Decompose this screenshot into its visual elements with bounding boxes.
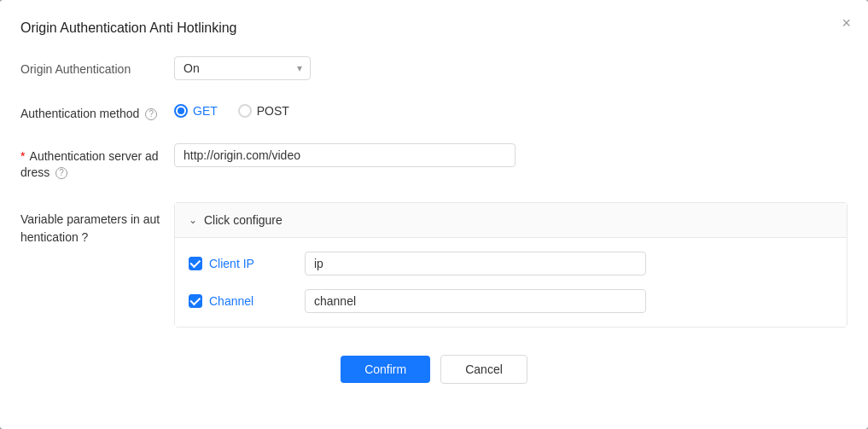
confirm-button[interactable]: Confirm — [341, 356, 430, 383]
auth-method-label: Authentication method ? — [20, 101, 174, 123]
auth-server-row: * Authentication server address ? http:/… — [20, 143, 848, 182]
configure-label: Click configure — [204, 213, 283, 227]
modal-overlay: Origin Authentication Anti Hotlinking × … — [0, 0, 868, 429]
variable-params-row: Variable parameters in authentication ? … — [20, 202, 848, 328]
client-ip-checkbox — [189, 257, 202, 270]
modal-title: Origin Authentication Anti Hotlinking — [20, 20, 848, 36]
variable-item-channel: Channel — [189, 289, 833, 313]
radio-get-label[interactable]: GET — [174, 104, 218, 118]
variable-params-label: Variable parameters in authentication ? — [20, 202, 174, 246]
auth-method-row: Authentication method ? GET POST — [20, 101, 848, 123]
radio-post-circle — [238, 104, 252, 118]
origin-auth-select-wrapper: On Off — [174, 56, 311, 80]
required-marker: * — [20, 149, 25, 163]
radio-post-label[interactable]: POST — [238, 104, 289, 118]
channel-label: Channel — [209, 294, 253, 308]
variable-body: Client IP Channel — [175, 238, 847, 327]
cancel-button[interactable]: Cancel — [440, 355, 527, 384]
client-ip-label: Client IP — [209, 257, 254, 270]
footer-row: Confirm Cancel — [20, 355, 848, 384]
origin-auth-label: Origin Authentication — [20, 56, 174, 78]
radio-post-text: POST — [257, 104, 289, 118]
channel-input[interactable] — [305, 289, 646, 313]
auth-server-help-icon[interactable]: ? — [55, 167, 67, 179]
auth-method-control: GET POST — [174, 101, 848, 118]
origin-auth-row: Origin Authentication On Off — [20, 56, 848, 80]
close-button[interactable]: × — [842, 15, 851, 31]
client-ip-checkbox-wrapper[interactable]: Client IP — [189, 257, 291, 270]
radio-get-circle — [174, 104, 188, 118]
chevron-down-icon: ⌄ — [189, 214, 197, 226]
variable-section: ⌄ Click configure Client IP — [174, 202, 848, 328]
channel-checkbox-wrapper[interactable]: Channel — [189, 294, 291, 308]
client-ip-input[interactable] — [305, 252, 646, 275]
modal-dialog: Origin Authentication Anti Hotlinking × … — [0, 0, 868, 429]
auth-method-radio-group: GET POST — [174, 101, 848, 118]
auth-server-input[interactable]: http://origin.com/video — [174, 143, 516, 167]
variable-configure-toggle[interactable]: ⌄ Click configure — [175, 203, 847, 238]
auth-method-help-icon[interactable]: ? — [145, 108, 157, 120]
origin-auth-control: On Off — [174, 56, 848, 80]
variable-item-client-ip: Client IP — [189, 252, 833, 275]
variable-params-help-icon[interactable]: ? — [82, 230, 89, 244]
origin-auth-select[interactable]: On Off — [174, 56, 311, 80]
auth-server-label: * Authentication server address ? — [20, 143, 174, 182]
channel-checkbox — [189, 294, 202, 308]
auth-server-control: http://origin.com/video — [174, 143, 848, 167]
radio-get-text: GET — [193, 104, 218, 118]
